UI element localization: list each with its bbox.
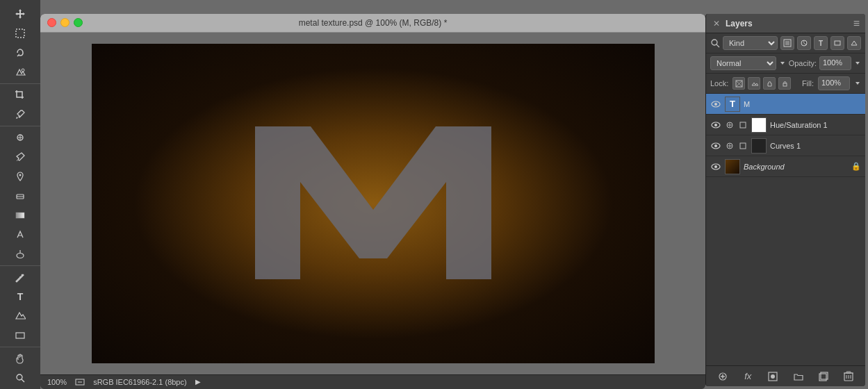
svg-point-23 — [714, 103, 717, 106]
text-tool[interactable]: T — [11, 288, 29, 306]
svg-rect-21 — [783, 83, 787, 86]
search-icon — [710, 38, 720, 48]
blend-dropdown-icon — [779, 60, 786, 67]
svg-point-3 — [19, 174, 22, 176]
layer-thumb-curves — [751, 138, 767, 154]
link-layers-btn[interactable] — [716, 370, 730, 383]
minimize-button[interactable] — [60, 18, 69, 27]
svg-point-6 — [17, 254, 24, 258]
status-icon — [75, 377, 85, 387]
panel-menu-button[interactable]: ≡ — [853, 17, 860, 30]
eyedropper-tool[interactable] — [11, 106, 29, 124]
lock-label: Lock: — [710, 79, 728, 88]
filter-adjustment-btn[interactable] — [797, 36, 811, 50]
layer-item-m-text[interactable]: T M — [706, 94, 865, 115]
pen-tool[interactable] — [11, 268, 29, 286]
filter-type-btn[interactable]: T — [814, 36, 828, 50]
layer-visibility-m[interactable] — [710, 99, 721, 110]
svg-point-10 — [17, 374, 22, 380]
healing-brush-tool[interactable] — [11, 129, 29, 147]
opacity-label: Opacity: — [789, 59, 817, 67]
layers-list: T M Hue/Saturation 1 — [706, 94, 865, 365]
color-profile: sRGB IEC61966-2.1 (8bpc) — [93, 378, 187, 386]
marquee-tool[interactable] — [11, 24, 29, 42]
status-arrow[interactable]: ▶ — [195, 378, 201, 386]
lock-position-btn[interactable] — [763, 77, 776, 90]
blend-row: Normal Opacity: 100% — [706, 53, 865, 74]
svg-point-8 — [19, 276, 21, 278]
filter-pixel-btn[interactable] — [780, 36, 794, 50]
layers-footer: fx — [706, 365, 865, 386]
eraser-tool[interactable] — [11, 187, 29, 205]
toolbar-nav-section — [0, 347, 40, 389]
create-group-btn[interactable] — [792, 370, 805, 383]
svg-line-15 — [716, 44, 719, 47]
crop-tool[interactable] — [11, 86, 29, 104]
hand-tool[interactable] — [11, 349, 29, 367]
maximize-button[interactable] — [74, 18, 83, 27]
center-wrapper: metal texture.psd @ 100% (M, RGB/8) * 10… — [40, 0, 705, 389]
move-tool[interactable] — [11, 5, 29, 23]
layer-name-hue: Hue/Saturation 1 — [770, 121, 861, 129]
filter-shape-btn[interactable] — [830, 36, 844, 50]
layer-clip-curves — [738, 141, 748, 151]
panel-close-button[interactable]: ✕ — [712, 19, 721, 28]
layer-name-curves: Curves 1 — [770, 142, 861, 150]
layer-thumb-bg — [725, 159, 740, 174]
create-layer-btn[interactable] — [817, 370, 830, 383]
zoom-level: 100% — [47, 378, 67, 386]
svg-rect-9 — [16, 333, 24, 338]
zoom-tool[interactable] — [11, 369, 29, 387]
layer-thumb-hue — [751, 117, 767, 133]
layer-name-bg: Background — [744, 163, 848, 171]
svg-rect-17 — [785, 41, 789, 45]
lock-all-btn[interactable] — [778, 77, 791, 90]
layer-item-curves[interactable]: Curves 1 — [706, 135, 865, 156]
svg-point-33 — [714, 165, 717, 168]
dodge-tool[interactable] — [11, 245, 29, 263]
panel-title: Layers — [721, 19, 853, 28]
layer-visibility-curves[interactable] — [710, 140, 721, 151]
fill-label: Fill: — [802, 79, 814, 88]
window-title: metal texture.psd @ 100% (M, RGB/8) * — [299, 18, 448, 28]
svg-rect-27 — [740, 122, 746, 128]
filter-row: Kind T — [706, 33, 865, 53]
lock-image-btn[interactable] — [748, 77, 760, 90]
layer-link-hue — [725, 120, 735, 130]
svg-rect-31 — [740, 143, 746, 149]
layer-visibility-bg[interactable] — [710, 161, 721, 172]
filter-kind-select[interactable]: Kind — [723, 36, 778, 50]
layer-item-hue-sat[interactable]: Hue/Saturation 1 — [706, 115, 865, 135]
shape-tool[interactable] — [11, 326, 29, 345]
gradient-tool[interactable] — [11, 206, 29, 224]
layer-item-background[interactable]: Background 🔒 — [706, 156, 865, 177]
add-mask-btn[interactable] — [766, 370, 780, 383]
opacity-input[interactable]: 100% — [819, 56, 851, 70]
layer-effects-btn[interactable]: fx — [741, 370, 755, 383]
canvas[interactable] — [92, 44, 655, 363]
toolbar-top-section — [0, 3, 40, 84]
layer-visibility-hue[interactable] — [710, 119, 721, 131]
svg-marker-12 — [255, 126, 491, 279]
toolbar-transform-section — [0, 84, 40, 126]
toolbar: T — [0, 0, 40, 389]
svg-point-25 — [714, 124, 717, 126]
quick-select-tool[interactable] — [11, 63, 29, 81]
filter-smart-btn[interactable] — [847, 36, 861, 50]
svg-point-29 — [714, 144, 717, 147]
close-button[interactable] — [47, 18, 56, 27]
blend-mode-select[interactable]: Normal — [710, 56, 776, 70]
layer-link-curves — [725, 141, 735, 151]
delete-layer-btn[interactable] — [842, 370, 855, 383]
brush-tool[interactable] — [11, 148, 29, 166]
svg-rect-19 — [835, 41, 840, 45]
blur-tool[interactable] — [11, 226, 29, 244]
layers-panel: ✕ Layers ≡ Kind T — [705, 14, 865, 386]
lock-transparent-btn[interactable] — [732, 77, 745, 90]
clone-stamp-tool[interactable] — [11, 167, 29, 185]
fill-input[interactable]: 100% — [818, 76, 850, 90]
layer-lock-icon: 🔒 — [851, 162, 861, 171]
path-select-tool[interactable] — [11, 307, 29, 325]
layer-name-m: M — [744, 100, 861, 108]
lasso-tool[interactable] — [11, 44, 29, 62]
